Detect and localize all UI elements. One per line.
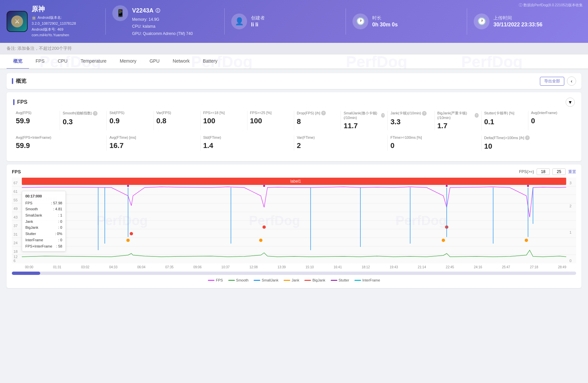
ftime-ge-100-value: 0: [390, 141, 478, 150]
overview-actions: 导出全部 ‹: [540, 76, 576, 86]
drop-fps-value: 8: [297, 117, 338, 126]
stutter-value: 0.1: [484, 118, 525, 126]
tooltip-smalljank-value: : 1: [58, 212, 62, 219]
creator-value: li li: [251, 22, 265, 28]
chart-xaxis: 00:00 01:31 03:02 04:33 06:04 07:35 09:0…: [12, 265, 576, 270]
fps-ge-25-input[interactable]: [552, 168, 566, 175]
svg-text:49: 49: [14, 207, 17, 211]
package-name: com.miHoYo.Yuanshen: [32, 32, 76, 38]
ftime-ge-100-label: FTime>=100ms [%]: [390, 135, 478, 139]
header-divider-2: [224, 8, 225, 35]
header-divider-1: [105, 8, 106, 35]
stat-std-ftime: Std(FTime) 1.4: [201, 135, 294, 151]
legend-smalljank-label: SmallJank: [262, 278, 278, 282]
legend-interframe-line: [354, 280, 361, 281]
tooltip-fps-value: : 57.98: [51, 200, 62, 206]
smooth-help-icon[interactable]: ?: [93, 111, 98, 116]
tab-cpu[interactable]: CPU: [51, 54, 74, 69]
svg-text:37: 37: [14, 224, 17, 228]
scrollbar-thumb[interactable]: [12, 272, 40, 275]
svg-point-32: [259, 239, 263, 242]
app-info-section: ⚔ 原神 🤖 Android版本名: 3.2.0_10872902_110781…: [7, 5, 99, 38]
smooth-label: Smooth(稳帧指数) ?: [63, 111, 104, 116]
export-all-button[interactable]: 导出全部: [540, 77, 564, 86]
svg-text:3: 3: [570, 181, 572, 185]
tab-network[interactable]: Network: [166, 54, 196, 69]
tooltip-interframe-row: InterFrame : 0: [25, 237, 62, 243]
avg-interframe-value: 0: [531, 117, 572, 125]
duration-value: 0h 30m 0s: [372, 22, 398, 28]
device-info-icon[interactable]: ⓘ: [155, 7, 160, 15]
fps-dropdown-button[interactable]: ▼: [566, 98, 575, 107]
upload-value: 30/11/2022 23:33:56: [493, 22, 543, 28]
stat-var-fps: Var(FPS) 0.8: [154, 111, 201, 130]
xaxis-2: 03:02: [81, 265, 89, 269]
fps-chart-panel: FPS FPS(>=) 重置 PerfDog PerfDog PerfDog: [7, 164, 581, 288]
version-code: 469: [57, 27, 63, 33]
svg-text:24: 24: [14, 241, 17, 245]
xaxis-4: 06:04: [137, 265, 146, 269]
legend-stutter-line: [331, 280, 337, 281]
fps-ge-18-input[interactable]: [537, 168, 550, 175]
fps-chart-svg[interactable]: 67 61 55 49 43 37 31 24 18 12 6 3 2 1 0 …: [12, 178, 576, 263]
stat-avg-interframe: Avg(InterFrame) 0: [528, 111, 575, 130]
tooltip-fps-plus-value: : 58: [56, 243, 62, 250]
stat-var-ftime: Var(FTime) 2: [294, 135, 388, 151]
tab-battery[interactable]: Battery: [196, 54, 224, 69]
tab-temperature[interactable]: Temperature: [74, 54, 113, 69]
fps-chart-wrapper: PerfDog PerfDog PerfDog 67 61 55: [12, 178, 576, 263]
svg-text:61: 61: [14, 190, 17, 193]
svg-text:18: 18: [14, 250, 17, 253]
xaxis-3: 04:33: [109, 265, 117, 269]
legend-smooth-label: Smooth: [236, 278, 249, 282]
legend-interframe: InterFrame: [354, 278, 380, 282]
stat-delta-ftime: Delta(FTime)>100ms [/h] ? 10: [482, 135, 575, 151]
tab-gpu[interactable]: GPU: [143, 54, 166, 69]
tooltip-bigjank-value: : 0: [58, 224, 62, 231]
avg-fps-value: 59.9: [16, 117, 57, 125]
xaxis-7: 10:37: [221, 265, 230, 269]
app-details: 原神 🤖 Android版本名: 3.2.0_10872902_11078128…: [32, 5, 76, 38]
tab-fps[interactable]: FPS: [29, 54, 51, 69]
reset-button[interactable]: 重置: [568, 169, 576, 175]
big-jank-value: 1.7: [437, 122, 479, 130]
legend-stutter-label: Stutter: [339, 278, 349, 282]
legend-smalljank: SmallJank: [254, 278, 278, 282]
device-gpu: GPU: Qualcomm Adreno (TM) 740: [132, 30, 193, 38]
tab-memory[interactable]: Memory: [113, 54, 143, 69]
chart-scrollbar[interactable]: [12, 272, 576, 275]
stat-avg-ftime: Avg(FTime) [ms] 16.7: [107, 135, 200, 151]
std-fps-value: 0.9: [109, 117, 151, 125]
svg-text:0: 0: [570, 259, 572, 263]
tooltip-smooth-value: : 4.81: [53, 206, 62, 212]
xaxis-16: 24:16: [474, 265, 482, 269]
svg-text:label1: label1: [290, 179, 301, 184]
svg-point-49: [127, 185, 129, 187]
avg-fps-label: Avg(FPS): [16, 111, 57, 115]
delta-ftime-help-icon[interactable]: ?: [525, 135, 530, 140]
svg-point-33: [442, 239, 445, 242]
svg-point-35: [130, 232, 133, 235]
small-jank-help-icon[interactable]: ?: [381, 113, 385, 118]
drop-fps-label: Drop(FPS) [/h] ?: [297, 111, 338, 115]
jank-help-icon[interactable]: ?: [422, 111, 427, 116]
tab-overview[interactable]: 概览: [7, 54, 29, 69]
legend-jank-label: Jank: [292, 278, 299, 282]
svg-text:⚔: ⚔: [14, 18, 20, 25]
avg-fps-interframe-value: 59.9: [16, 141, 104, 150]
avg-fps-interframe-label: Avg(FPS+InterFrame): [16, 135, 104, 139]
big-jank-help-icon[interactable]: ?: [475, 113, 479, 118]
xaxis-12: 18:12: [362, 265, 370, 269]
app-name: 原神: [32, 5, 76, 14]
legend-fps: FPS: [208, 278, 223, 282]
fps-ge-25-value: 100: [250, 117, 291, 125]
xaxis-13: 19:43: [390, 265, 398, 269]
duration-icon: 🕐: [352, 14, 368, 29]
tooltip-bigjank-row: BigJank : 0: [25, 224, 62, 231]
main-content: 概览 导出全部 ‹ FPS ▼ Avg(FPS) 59.9 Smooth(稳帧指…: [0, 69, 588, 292]
drop-fps-help-icon[interactable]: ?: [321, 111, 326, 115]
collapse-button[interactable]: ‹: [567, 76, 576, 86]
xaxis-19: 28:49: [558, 265, 566, 269]
var-ftime-label: Var(FTime): [297, 135, 385, 139]
chart-legend: FPS Smooth SmallJank Jank BigJank Stutte…: [12, 276, 576, 284]
